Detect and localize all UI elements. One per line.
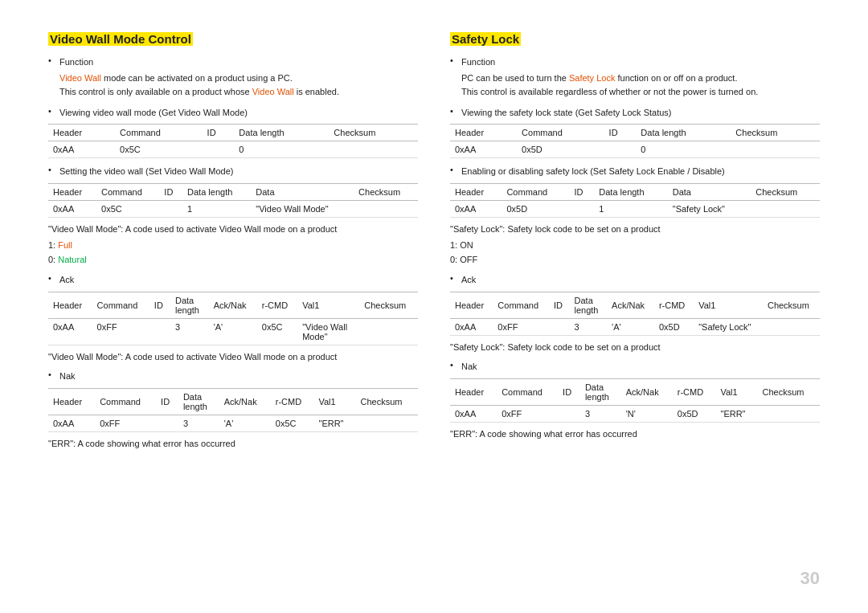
- right-table2: Header Command ID Data length Data Check…: [450, 183, 820, 218]
- td-cs-1: [329, 141, 418, 158]
- nak-dot-right: •: [450, 360, 461, 370]
- th-v4: Val1: [313, 388, 355, 415]
- rth-rc4: r-CMD: [673, 378, 716, 405]
- rtd-id-1: [604, 141, 637, 158]
- th-datalength: Data length: [234, 125, 329, 141]
- rtd-dl4: 3: [580, 405, 621, 422]
- td-id-1: [203, 141, 235, 158]
- rtd-an3: 'A': [607, 318, 654, 335]
- rtd-0xaa-2: 0xAA: [450, 200, 502, 217]
- rth-v4: Val1: [715, 378, 757, 405]
- video-wall-highlight-2: Video Wall: [252, 87, 294, 96]
- td-i4: [156, 415, 178, 431]
- td-cs3: [359, 318, 418, 345]
- td-an4: 'A': [219, 415, 271, 431]
- bullet-dot-1: •: [48, 55, 59, 65]
- val2-natural: Natural: [58, 255, 86, 264]
- right-err-note: "ERR": A code showing what error has occ…: [450, 427, 820, 441]
- val1-pre: 1:: [48, 240, 58, 250]
- rtd-v4: "ERR": [715, 405, 757, 422]
- td-c4: 0xFF: [95, 415, 156, 431]
- rth-i4: ID: [558, 378, 580, 405]
- rth-header: Header: [450, 125, 517, 141]
- th-id2: ID: [159, 183, 182, 200]
- rtd-c4: 0xFF: [497, 405, 558, 422]
- bullet-dot-2: •: [48, 106, 59, 116]
- rth-c3: Command: [493, 292, 549, 318]
- rtd-cmd-1: 0x5D: [517, 141, 604, 158]
- td-id-2: [159, 200, 182, 217]
- left-table2: Header Command ID Data length Data Check…: [48, 183, 418, 218]
- th-an3: Ack/Nak: [209, 292, 257, 318]
- rtd-rc4: 0x5D: [673, 405, 716, 422]
- rth-dl3: Datalength: [570, 292, 608, 318]
- function-label-right: Function: [461, 55, 820, 69]
- func-desc2-right: This control is available regardless of …: [461, 87, 758, 96]
- rth-an4: Ack/Nak: [621, 378, 673, 405]
- rth-data2: Data: [668, 183, 751, 200]
- right-note1: "Safety Lock": Safety lock code to be se…: [450, 223, 820, 236]
- td-cs-2: [354, 200, 418, 217]
- th-command: Command: [115, 125, 202, 141]
- rth-datalength: Data length: [636, 125, 731, 141]
- video-wall-highlight-1: Video Wall: [59, 73, 101, 83]
- left-table4: Header Command ID Datalength Ack/Nak r-C…: [48, 388, 418, 432]
- bullet-dot-r2: •: [450, 106, 461, 116]
- td-h3: 0xAA: [48, 318, 92, 345]
- th-c3: Command: [92, 292, 149, 318]
- left-title: Video Wall Mode Control: [48, 32, 193, 46]
- td-0xaa-2: 0xAA: [48, 200, 96, 217]
- td-rc3: 0x5C: [257, 318, 297, 345]
- rth-v3: Val1: [694, 292, 763, 318]
- th-checksum: Checksum: [329, 125, 418, 141]
- rtd-i4: [558, 405, 580, 422]
- rtd-c3: 0xFF: [493, 318, 549, 335]
- rth-h3: Header: [450, 292, 493, 318]
- function-label-left: Function: [59, 55, 418, 69]
- right-note2: "Safety Lock": Safety lock code to be se…: [450, 341, 820, 354]
- rth-dl2: Data length: [594, 183, 667, 200]
- func-desc2-left: This control is only available on a prod…: [59, 87, 339, 96]
- rtd-h3: 0xAA: [450, 318, 493, 335]
- rtd-cs-2: [751, 200, 820, 217]
- td-v4: "ERR": [313, 415, 355, 431]
- rtd-cs-1: [731, 141, 820, 158]
- rth-cs2: Checksum: [751, 183, 820, 200]
- th-v3: Val1: [297, 292, 359, 318]
- rtd-h4: 0xAA: [450, 405, 497, 422]
- safety-lock-highlight-1: Safety Lock: [569, 73, 615, 83]
- td-h4: 0xAA: [48, 415, 95, 431]
- right-val2: 0: OFF: [450, 255, 477, 264]
- rtd-id-2: [569, 200, 594, 217]
- td-dl-2: 1: [182, 200, 251, 217]
- th-an4: Ack/Nak: [219, 388, 271, 415]
- th-rc3: r-CMD: [257, 292, 297, 318]
- th-c4: Command: [95, 388, 156, 415]
- nak-label-right: Nak: [461, 360, 820, 374]
- rth-command2: Command: [502, 183, 569, 200]
- th-command2: Command: [96, 183, 159, 200]
- th-i4: ID: [156, 388, 178, 415]
- rth-id: ID: [604, 125, 637, 141]
- rth-checksum: Checksum: [731, 125, 820, 141]
- bullet-dot-r3: •: [450, 165, 461, 174]
- rth-i3: ID: [549, 292, 570, 318]
- th-id: ID: [203, 125, 235, 141]
- left-table1: Header Command ID Data length Checksum 0…: [48, 124, 418, 158]
- th-data2: Data: [251, 183, 354, 200]
- ack-label-right: Ack: [461, 273, 820, 287]
- left-note2: "Video Wall Mode": A code used to activa…: [48, 350, 418, 364]
- right-table3: Header Command ID Datalength Ack/Nak r-C…: [450, 292, 820, 336]
- td-v3: "Video WallMode": [297, 318, 359, 345]
- td-c3: 0xFF: [92, 318, 149, 345]
- rth-command: Command: [517, 125, 604, 141]
- val1-full: Full: [58, 240, 72, 250]
- td-an3: 'A': [209, 318, 257, 345]
- val2-pre: 0:: [48, 255, 58, 264]
- th-header: Header: [48, 125, 115, 141]
- rth-header2: Header: [450, 183, 502, 200]
- td-dl-1: 0: [234, 141, 329, 158]
- td-cs4: [356, 415, 418, 431]
- left-err-note: "ERR": A code showing what error has occ…: [48, 437, 418, 451]
- th-rc4: r-CMD: [271, 388, 314, 415]
